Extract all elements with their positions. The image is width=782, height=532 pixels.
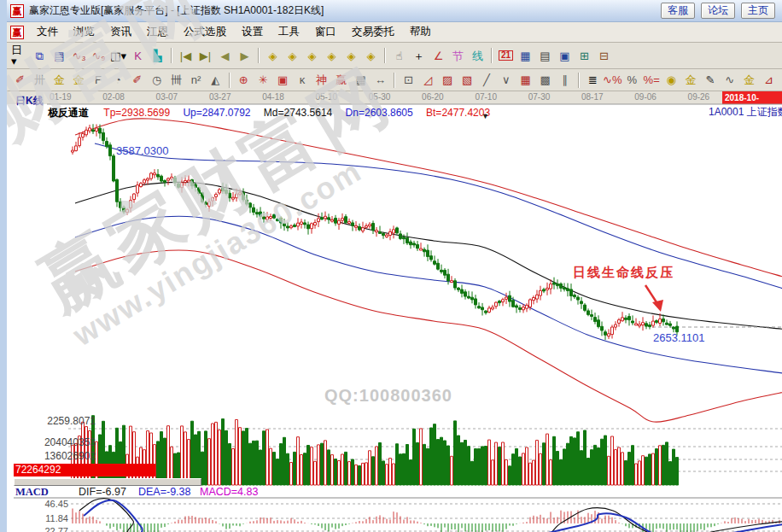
j-angle-icon[interactable]: ⊿ — [759, 71, 779, 89]
hand-drag-icon-glyph: ☝ — [396, 50, 403, 61]
menu-bar: 赢 文件浏览资讯江恩公式选股设置工具窗口交易委托帮助 — [7, 22, 782, 43]
kline-color-icon[interactable]: K — [128, 47, 148, 65]
first-page-icon[interactable]: |◀ — [176, 47, 196, 65]
menu-item-7[interactable]: 窗口 — [307, 22, 344, 42]
stats-bars-icon[interactable]: ≣ — [583, 71, 603, 89]
menu-item-6[interactable]: 工具 — [271, 22, 307, 42]
calculator-icon[interactable]: ▦ — [516, 47, 535, 65]
candle-style-dropdown[interactable]: ◫▾ — [108, 47, 128, 65]
toolbar-main: 日 ▾⧉▤∿₃∿₉◫▾K▙|◀▶|◀▶◈◈◈◈◈◈☝＋∠节线21▦▤▣⊞⊟ — [7, 43, 782, 69]
ying-tool-icon[interactable]: 赢 — [331, 71, 351, 89]
compass-icon[interactable]: ◭ — [206, 71, 225, 89]
percent-wave-icon[interactable]: ∿% — [603, 71, 622, 89]
count-grid-icon[interactable]: ▦ — [351, 71, 371, 89]
gold-under-icon[interactable]: 金 — [739, 71, 759, 89]
period-day-dropdown[interactable]: 日 ▾ — [10, 47, 30, 65]
zoom-left-diamond-icon[interactable]: ◈ — [263, 47, 283, 65]
gann-grid-icon[interactable]: 卅 — [30, 71, 50, 89]
wave-tool-icon[interactable]: ∿ — [720, 71, 739, 89]
next-icon[interactable]: ▶ — [235, 47, 254, 65]
menu-item-5[interactable]: 设置 — [234, 22, 271, 42]
target3-icon-glyph: ▣ — [277, 74, 288, 85]
macd-scale-label: 11.84 — [14, 513, 68, 523]
menu-item-1[interactable]: 浏览 — [66, 22, 102, 42]
count-grid-icon-glyph: ▦ — [355, 74, 365, 85]
zoom-v-diamond-icon[interactable]: ◈ — [322, 47, 341, 65]
multi-color-chart-icon[interactable]: ▙ — [148, 47, 167, 65]
gold-lines-icon[interactable]: 金 — [681, 71, 701, 89]
chevron-down-icon[interactable]: ▼ — [481, 112, 489, 120]
grid-dark-icon[interactable]: ▩ — [535, 71, 555, 89]
minute9-chart-icon[interactable]: ∿₉ — [89, 47, 108, 65]
window-tile-icon[interactable]: ⧉ — [30, 47, 50, 65]
notepad-icon[interactable]: ▤ — [535, 47, 555, 65]
menu-item-9[interactable]: 帮助 — [402, 22, 439, 42]
macd-dea-value: DEA=-9.38 — [138, 486, 191, 498]
indicator-md: Md=2743.5614 — [264, 107, 332, 119]
save-icon[interactable]: ▣ — [555, 47, 575, 65]
fan-lines-icon[interactable]: ◿ — [418, 71, 438, 89]
gold-ratio2-icon[interactable]: 金 — [69, 71, 89, 89]
pattern-box2-icon[interactable]: ▧ — [458, 71, 477, 89]
speed-line-icon[interactable]: ╱ — [476, 71, 496, 89]
macd-scale-label: -22.77 — [14, 526, 68, 532]
gold-circle-icon[interactable]: ◉ — [662, 71, 681, 89]
percent-icon[interactable]: % — [622, 71, 642, 89]
info-list-icon[interactable]: ▤ — [50, 47, 69, 65]
draw-pencil2-icon[interactable]: ✐ — [127, 71, 147, 89]
zoom-in-diamond-icon[interactable]: ◈ — [341, 47, 361, 65]
target2-icon[interactable]: ✳ — [254, 71, 273, 89]
festival-tool-icon[interactable]: 节 — [448, 47, 468, 65]
grid-red-icon[interactable]: ▦ — [516, 71, 535, 89]
brush-bars-icon[interactable]: ✎ — [700, 71, 720, 89]
rect-tool-icon[interactable]: ⊡ — [399, 71, 418, 89]
gann-clock-icon[interactable]: ◷ — [147, 71, 166, 89]
prev-icon[interactable]: ◀ — [215, 47, 235, 65]
menu-item-3[interactable]: 江恩 — [139, 22, 176, 42]
price-label-low: 2653.1101 — [653, 331, 705, 344]
ruler-grid-icon[interactable]: 卌 — [166, 71, 186, 89]
macd-label[interactable]: MACD — [15, 486, 49, 499]
gold-ratio-icon[interactable]: 金 — [50, 71, 69, 89]
v-line-icon[interactable]: ∨ — [496, 71, 516, 89]
angle-measure-icon[interactable]: ∠ — [429, 47, 448, 65]
zoom-h-diamond-icon[interactable]: ◈ — [302, 47, 322, 65]
zoom-right-diamond-icon[interactable]: ◈ — [283, 47, 302, 65]
crosshair-icon[interactable]: ＋ — [409, 47, 429, 65]
menu-item-0[interactable]: 文件 — [29, 22, 66, 42]
order-transfer-icon[interactable]: ⊟ — [594, 47, 614, 65]
n2-cycle-icon[interactable]: n² — [186, 71, 206, 89]
indicator-name[interactable]: 极反通道 — [48, 107, 89, 119]
calendar-21-icon[interactable]: 21 — [496, 47, 516, 65]
titlebar-button-forum[interactable]: 论坛 — [701, 3, 735, 19]
percent-line-icon[interactable]: %= — [642, 71, 662, 89]
zoom-out-diamond-icon[interactable]: ◈ — [361, 47, 381, 65]
annotation-text: 日线生命线反压 — [573, 265, 674, 281]
hand-drag-icon[interactable]: ☝ — [389, 47, 409, 65]
spiral-icon[interactable]: ◔ — [108, 71, 127, 89]
target3-icon[interactable]: ▣ — [273, 71, 293, 89]
menu-item-8[interactable]: 交易委托 — [344, 22, 402, 42]
screenshot-icon[interactable]: ⊞ — [575, 47, 594, 65]
ruler-grid-icon-glyph: 卌 — [171, 74, 182, 85]
line-tool-icon[interactable]: 线 — [468, 47, 487, 65]
horizontal-scrollbar-thumb[interactable] — [14, 478, 201, 486]
titlebar-button-home[interactable]: 主页 — [741, 3, 775, 19]
shen-tool-icon[interactable]: 神 — [312, 71, 331, 89]
last-page-icon[interactable]: ▶| — [196, 47, 215, 65]
fibo-f-icon[interactable]: F — [89, 71, 108, 89]
slash-lines-icon[interactable]: ∥ — [555, 71, 575, 89]
gold-lines-icon-glyph: 金 — [685, 74, 696, 85]
indicator-dn: Dn=2603.8605 — [346, 107, 413, 119]
menu-item-4[interactable]: 公式选股 — [176, 22, 234, 42]
target1-icon[interactable]: ⊕ — [234, 71, 254, 89]
titlebar-button-service[interactable]: 客服 — [661, 3, 695, 19]
slash-lines-icon-glyph: ∥ — [562, 74, 568, 85]
menu-item-2[interactable]: 资讯 — [102, 22, 139, 42]
draw-pencil-icon[interactable]: ✐ — [10, 71, 30, 89]
minute3-chart-icon[interactable]: ∿₃ — [69, 47, 89, 65]
width-measure-icon[interactable]: ↔ — [371, 71, 390, 89]
k-mark-icon[interactable]: ĸ — [292, 71, 312, 89]
j-angle-icon-glyph: ⊿ — [764, 74, 773, 85]
pattern-box-icon[interactable]: ▨ — [438, 71, 458, 89]
